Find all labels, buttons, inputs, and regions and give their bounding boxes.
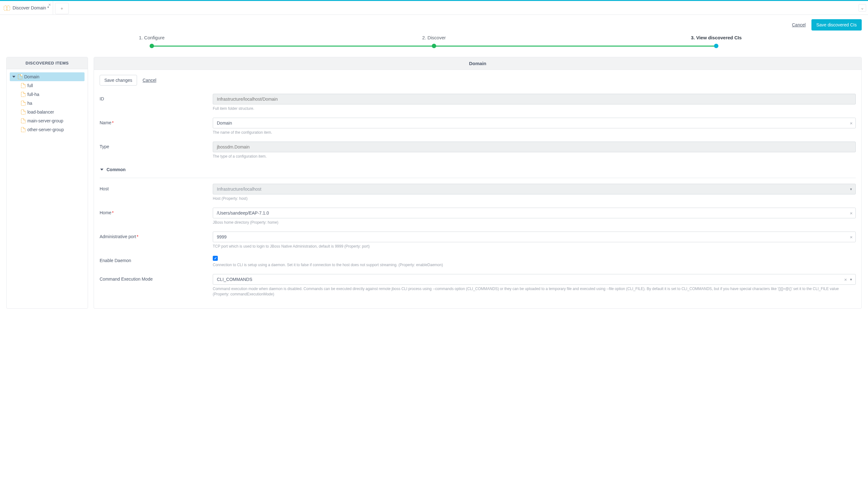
page-actions: Cancel Save discovered CIs: [6, 19, 862, 31]
tree-label: other-server-group: [27, 127, 64, 132]
file-icon: [21, 118, 25, 123]
step-dot-2: [432, 44, 436, 48]
label-cmd-mode: Command Execution Mode: [100, 274, 213, 297]
section-common-toggle[interactable]: Common: [100, 165, 856, 175]
tree-item-main-server-group[interactable]: main-server-group: [19, 117, 84, 125]
enable-daemon-checkbox[interactable]: [213, 256, 218, 261]
name-input[interactable]: [213, 118, 856, 128]
cancel-form-link[interactable]: Cancel: [143, 78, 156, 83]
host-select[interactable]: Infrastructure/localhost: [213, 184, 856, 194]
required-mark: *: [112, 120, 113, 125]
section-common-label: Common: [106, 167, 126, 172]
label-host: Host: [100, 184, 213, 201]
clear-icon[interactable]: ×: [844, 277, 847, 282]
file-icon: [21, 127, 25, 132]
save-changes-button[interactable]: Save changes: [100, 75, 137, 85]
help-type: The type of a configuration item.: [213, 154, 856, 159]
tree-item-load-balancer[interactable]: load-balancer: [19, 108, 84, 117]
tree-item-ha[interactable]: ha: [19, 99, 84, 108]
tree-item-domain[interactable]: Domain: [10, 72, 84, 81]
file-icon: [18, 74, 22, 79]
step-label-configure: 1. Configure: [139, 35, 165, 40]
required-mark: *: [137, 234, 138, 239]
label-id: ID: [100, 94, 213, 111]
save-discovered-button[interactable]: Save discovered CIs: [812, 19, 862, 31]
label-admin-port: Administrative port: [100, 234, 136, 239]
tree-item-other-server-group[interactable]: other-server-group: [19, 125, 84, 134]
file-icon: [21, 83, 25, 88]
sidebar-discovered-items: DISCOVERED ITEMS Domain full full-ha ha …: [6, 57, 88, 309]
file-icon: [21, 101, 25, 106]
required-mark: *: [112, 210, 113, 215]
help-host: Host (Property: host): [213, 196, 856, 201]
step-label-discover: 2. Discover: [422, 35, 446, 40]
label-type: Type: [100, 142, 213, 159]
tab-bar: Discover Domain * × + ⌄: [0, 1, 868, 15]
add-tab-button[interactable]: +: [55, 3, 69, 14]
clear-icon[interactable]: ×: [850, 120, 852, 125]
step-dot-3: [714, 44, 719, 48]
main-title: Domain: [94, 57, 861, 70]
label-name: Name: [100, 120, 111, 125]
tab-discover-domain[interactable]: Discover Domain * ×: [0, 1, 53, 15]
chevron-down-icon: [100, 169, 103, 171]
close-icon[interactable]: ×: [49, 2, 51, 7]
file-icon: [21, 110, 25, 114]
home-input[interactable]: [213, 208, 856, 218]
help-name: The name of the configuration item.: [213, 130, 856, 135]
sidebar-title: DISCOVERED ITEMS: [7, 57, 88, 69]
chevron-down-icon: ⌄: [860, 6, 864, 10]
tree-label: main-server-group: [27, 118, 63, 123]
type-input: [213, 142, 856, 152]
admin-port-input[interactable]: [213, 232, 856, 242]
help-id: Full item folder structure.: [213, 106, 856, 111]
tree-item-full-ha[interactable]: full-ha: [19, 90, 84, 99]
step-dot-1: [149, 44, 154, 48]
wizard-stepper: 1. Configure 2. Discover 3. View discove…: [6, 34, 862, 51]
tab-title: Discover Domain *: [12, 6, 49, 10]
help-home: JBoss home directory (Property: home): [213, 220, 856, 225]
tree-item-full[interactable]: full: [19, 81, 84, 90]
cancel-link[interactable]: Cancel: [792, 22, 806, 27]
label-home: Home: [100, 210, 111, 215]
chevron-down-icon: [12, 76, 16, 78]
id-input: [213, 94, 856, 104]
tree-label: load-balancer: [27, 110, 54, 114]
tab-dropdown[interactable]: ⌄: [859, 4, 866, 12]
help-admin-port: TCP port which is used to login to JBoss…: [213, 244, 856, 249]
clear-icon[interactable]: ×: [850, 234, 852, 239]
tree-label: ha: [27, 101, 32, 106]
clear-icon[interactable]: ×: [850, 211, 852, 216]
label-enable-daemon: Enable Daemon: [100, 255, 213, 268]
step-label-view: 3. View discovered CIs: [691, 35, 742, 40]
tree-label: Domain: [24, 74, 39, 79]
tree-label: full-ha: [27, 92, 39, 97]
help-cmd-mode: Command execution mode when daemon is di…: [213, 286, 856, 297]
help-enable-daemon: Connection to CLI is setup using a daemo…: [213, 262, 856, 268]
file-icon: [21, 92, 25, 97]
cmd-mode-select[interactable]: CLI_COMMANDS: [213, 274, 856, 285]
binoculars-icon: [4, 5, 10, 11]
tree-label: full: [27, 83, 33, 88]
main-panel: Domain Save changes Cancel ID Full item …: [94, 57, 862, 309]
